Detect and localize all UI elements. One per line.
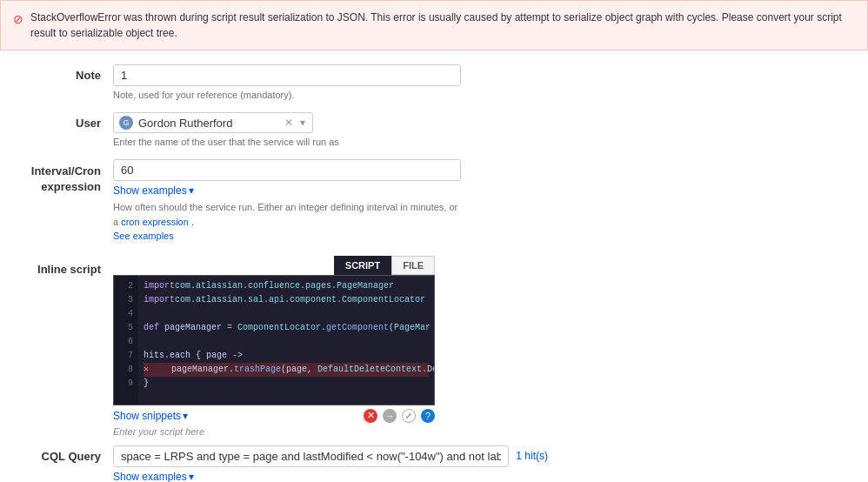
cron-expression-link[interactable]: cron expression <box>121 217 189 227</box>
user-avatar: G <box>119 116 133 130</box>
cql-input[interactable] <box>113 445 509 467</box>
cql-row: CQL Query 1 hit(s) Show examples Select … <box>17 445 851 483</box>
tab-file[interactable]: FILE <box>391 256 435 275</box>
cql-label: CQL Query <box>17 445 113 463</box>
error-icon: ⊘ <box>13 10 23 29</box>
clear-script-icon[interactable]: ✕ <box>364 409 377 423</box>
expand-icon[interactable]: ⤢ <box>402 409 416 423</box>
info-icon[interactable]: ? <box>421 409 435 423</box>
user-label: User <box>17 112 113 130</box>
code-lines: 2 3 4 5 6 7 8 9 import com.atlassian.con… <box>114 276 434 405</box>
hit-badge: 1 hit(s) <box>516 450 548 462</box>
interval-input[interactable] <box>113 159 461 181</box>
code-editor[interactable]: 2 3 4 5 6 7 8 9 import com.atlassian.con… <box>113 275 435 405</box>
interval-field: Show examples How often should the servi… <box>113 159 461 244</box>
script-container: SCRIPT FILE 2 3 4 5 6 7 8 9 import com.a… <box>113 256 435 437</box>
user-row: User G Gordon Rutherford ✕ ▾ Enter the n… <box>17 112 851 147</box>
interval-label: Interval/Cron expression <box>17 159 113 195</box>
error-message: StackOverflowError was thrown during scr… <box>30 10 855 41</box>
user-hint: Enter the name of the user that the serv… <box>113 137 461 147</box>
show-examples-link[interactable]: Show examples <box>113 184 194 197</box>
see-examples-link[interactable]: See examples <box>113 231 174 241</box>
note-label: Note <box>17 64 113 82</box>
clear-user-button[interactable]: ✕ <box>283 117 295 129</box>
expand-user-button[interactable]: ▾ <box>298 117 307 129</box>
script-tabs: SCRIPT FILE <box>113 256 435 275</box>
error-banner: ⊘ StackOverflowError was thrown during s… <box>0 0 868 50</box>
script-hint: Enter your script here <box>113 426 435 437</box>
user-name-text: Gordon Rutherford <box>138 117 277 130</box>
interval-row: Interval/Cron expression Show examples H… <box>17 159 851 244</box>
note-input[interactable] <box>113 64 461 86</box>
inline-script-row: Inline script SCRIPT FILE 2 3 4 5 6 7 8 … <box>17 256 851 437</box>
arrow-icon[interactable]: → <box>383 409 397 423</box>
note-field: Note, used for your reference (mandatory… <box>113 64 461 100</box>
tab-script[interactable]: SCRIPT <box>334 256 391 275</box>
show-snippets-link[interactable]: Show snippets <box>113 410 188 422</box>
interval-hint: How often should the service run. Either… <box>113 200 461 244</box>
note-row: Note Note, used for your reference (mand… <box>17 64 851 100</box>
form-area: Note Note, used for your reference (mand… <box>0 50 868 482</box>
script-label: Inline script <box>17 256 113 276</box>
line-numbers: 2 3 4 5 6 7 8 9 <box>114 276 138 405</box>
editor-icons: ✕ → ⤢ ? <box>364 409 435 423</box>
code-content[interactable]: import com.atlassian.confluence.pages.Pa… <box>138 276 434 405</box>
cql-field: 1 hit(s) Show examples Select content fr… <box>113 445 548 483</box>
editor-toolbar: Show snippets ✕ → ⤢ ? <box>113 409 435 423</box>
note-hint: Note, used for your reference (mandatory… <box>113 90 461 100</box>
cql-show-examples-link[interactable]: Show examples <box>113 471 194 483</box>
user-controls: ✕ ▾ <box>283 117 307 129</box>
user-select[interactable]: G Gordon Rutherford ✕ ▾ <box>113 112 313 133</box>
user-field: G Gordon Rutherford ✕ ▾ Enter the name o… <box>113 112 461 147</box>
cql-field-wrap: 1 hit(s) <box>113 445 548 467</box>
